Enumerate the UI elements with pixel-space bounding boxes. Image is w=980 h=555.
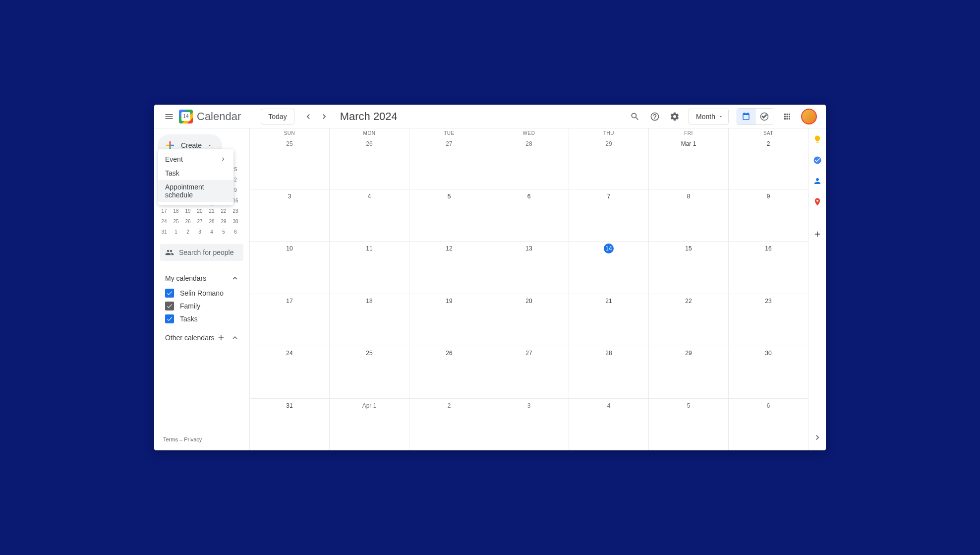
mini-day[interactable]: 26 (182, 216, 194, 227)
calendar-checkbox-row[interactable]: Selin Romano (160, 287, 243, 300)
create-menu-task[interactable]: Task (158, 166, 233, 180)
day-cell[interactable]: 25 (330, 346, 409, 398)
day-number: 9 (762, 191, 774, 201)
day-cell[interactable]: 28 (569, 346, 649, 398)
mini-day[interactable]: 4 (206, 227, 218, 237)
day-cell[interactable]: 26 (409, 346, 489, 398)
day-cell[interactable]: 26 (330, 137, 409, 189)
my-calendars-header[interactable]: My calendars (160, 270, 243, 287)
terms-link[interactable]: Terms (163, 436, 178, 442)
day-cell[interactable]: 16 (729, 242, 808, 294)
mini-day[interactable]: 31 (158, 227, 170, 237)
create-menu-appointment[interactable]: Appointment schedule (158, 180, 233, 202)
day-cell[interactable]: 21 (569, 294, 649, 346)
day-cell[interactable]: 19 (409, 294, 489, 346)
day-cell[interactable]: 2 (409, 399, 489, 451)
day-cell[interactable]: 12 (409, 242, 489, 294)
privacy-link[interactable]: Privacy (184, 436, 202, 442)
hide-panel-button[interactable] (812, 432, 822, 444)
mini-day[interactable]: 20 (194, 206, 206, 216)
chevron-right-icon (812, 432, 822, 442)
day-cell[interactable]: 5 (649, 399, 729, 451)
account-avatar[interactable] (801, 109, 817, 124)
mini-day[interactable]: 18 (170, 206, 182, 216)
day-cell[interactable]: 10 (250, 242, 330, 294)
mini-day[interactable]: 17 (158, 206, 170, 216)
mini-day[interactable]: 1 (170, 227, 182, 237)
day-cell[interactable]: Apr 1 (330, 399, 409, 451)
view-selector[interactable]: Month (689, 109, 729, 124)
day-cell[interactable]: 29 (569, 137, 649, 189)
calendar-checkbox-row[interactable]: Tasks (160, 312, 243, 325)
mini-day[interactable]: 19 (182, 206, 194, 216)
mini-day[interactable]: 27 (194, 216, 206, 227)
day-cell[interactable]: 4 (569, 399, 649, 451)
maps-addon-icon[interactable] (812, 197, 822, 207)
main-menu-button[interactable] (159, 107, 179, 126)
day-cell[interactable]: 15 (649, 242, 729, 294)
day-cell[interactable]: 14 (569, 242, 649, 294)
prev-month-button[interactable] (300, 109, 316, 124)
mini-day[interactable]: 22 (218, 206, 230, 216)
day-cell[interactable]: 30 (729, 346, 808, 398)
day-cell[interactable]: 11 (330, 242, 409, 294)
day-cell[interactable]: 9 (729, 189, 808, 242)
view-toggle-group (737, 108, 773, 125)
get-addons-button[interactable] (812, 229, 822, 239)
day-cell[interactable]: 4 (330, 189, 409, 242)
day-cell[interactable]: 3 (250, 189, 330, 242)
mini-day[interactable]: 28 (206, 216, 218, 227)
day-cell[interactable]: 17 (250, 294, 330, 346)
day-cell[interactable]: 27 (409, 137, 489, 189)
day-cell[interactable]: 25 (250, 137, 330, 189)
day-cell[interactable]: 31 (250, 399, 330, 451)
contacts-addon-icon[interactable] (812, 176, 822, 186)
day-cell[interactable]: 2 (729, 137, 808, 189)
search-people[interactable]: Search for people (160, 244, 243, 261)
day-cell[interactable]: 27 (489, 346, 569, 398)
add-calendar-icon[interactable] (217, 333, 226, 342)
day-number: 27 (443, 139, 455, 149)
mini-day[interactable]: 23 (230, 206, 241, 216)
mini-day[interactable]: 30 (230, 216, 241, 227)
next-month-button[interactable] (316, 109, 332, 124)
day-number: 7 (603, 191, 615, 201)
mini-day[interactable]: 25 (170, 216, 182, 227)
day-cell[interactable]: 3 (489, 399, 569, 451)
mini-day[interactable]: 6 (230, 227, 241, 237)
create-menu-event[interactable]: Event (158, 152, 233, 166)
tasks-addon-icon[interactable] (812, 155, 822, 165)
calendar-view-toggle[interactable] (737, 109, 755, 124)
calendar-checkbox-row[interactable]: Family (160, 300, 243, 312)
day-number: Mar 1 (679, 139, 698, 149)
mini-day[interactable]: 29 (218, 216, 230, 227)
day-cell[interactable]: 22 (649, 294, 729, 346)
day-cell[interactable]: 6 (489, 189, 569, 242)
google-apps-button[interactable] (777, 107, 797, 126)
day-cell[interactable]: 29 (649, 346, 729, 398)
day-cell[interactable]: 13 (489, 242, 569, 294)
support-button[interactable] (645, 107, 665, 126)
day-cell[interactable]: 24 (250, 346, 330, 398)
other-calendars-header[interactable]: Other calendars (160, 329, 243, 346)
mini-day[interactable]: 3 (194, 227, 206, 237)
today-button[interactable]: Today (261, 109, 294, 124)
day-cell[interactable]: 7 (569, 189, 649, 242)
settings-button[interactable] (665, 107, 685, 126)
day-cell[interactable]: 5 (409, 189, 489, 242)
search-button[interactable] (625, 107, 645, 126)
day-cell[interactable]: 8 (649, 189, 729, 242)
mini-day[interactable]: 24 (158, 216, 170, 227)
keep-addon-icon[interactable] (812, 134, 822, 144)
day-cell[interactable]: Mar 1 (649, 137, 729, 189)
mini-day[interactable]: 21 (206, 206, 218, 216)
mini-day[interactable]: 2 (182, 227, 194, 237)
day-cell[interactable]: 23 (729, 294, 808, 346)
day-cell[interactable]: 6 (729, 399, 808, 451)
day-cell[interactable]: 20 (489, 294, 569, 346)
day-cell[interactable]: 28 (489, 137, 569, 189)
caret-down-icon (718, 114, 723, 119)
tasks-view-toggle[interactable] (755, 109, 773, 124)
day-cell[interactable]: 18 (330, 294, 409, 346)
mini-day[interactable]: 5 (218, 227, 230, 237)
